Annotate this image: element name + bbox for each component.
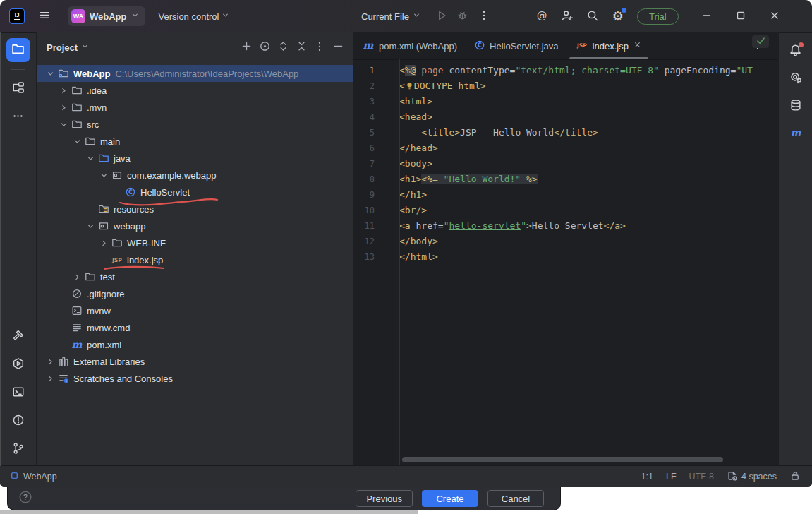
tool-build-hammer-button[interactable] <box>6 325 30 349</box>
chevron-right-icon[interactable] <box>71 273 84 282</box>
tree-item-External-Libraries[interactable]: External Libraries <box>37 353 353 370</box>
tree-item-WebApp[interactable]: WebAppC:\Users\Administrator\IdeaProject… <box>37 65 353 82</box>
maximize-button[interactable] <box>724 0 758 32</box>
close-button[interactable] <box>758 0 792 32</box>
chevron-right-icon[interactable] <box>97 239 111 248</box>
more-actions-button[interactable] <box>473 6 495 27</box>
tool-version-control-branch-button[interactable] <box>6 438 30 462</box>
previous-button[interactable]: Previous <box>356 490 413 507</box>
code-line-12[interactable]: 12</body> <box>353 234 778 249</box>
tree-item-webapp[interactable]: webapp <box>37 217 353 234</box>
locate-file-button[interactable] <box>255 38 274 56</box>
tree-item-pom.xml[interactable]: mpom.xml <box>37 336 353 353</box>
line-number[interactable]: 12 <box>353 234 375 249</box>
tree-item-test[interactable]: test <box>37 268 353 285</box>
collapse-all-button[interactable] <box>292 38 310 56</box>
chevron-right-icon[interactable] <box>44 357 57 366</box>
run-button[interactable] <box>431 6 452 27</box>
code-line-2[interactable]: 2<DOCTYPE html> <box>353 78 778 94</box>
tool-notifications-bell-button[interactable] <box>784 38 808 62</box>
line-number[interactable]: 2 <box>353 78 375 94</box>
tree-item-index.jsp[interactable]: JSPindex.jsp <box>37 251 353 268</box>
run-configuration-selector[interactable]: Current File <box>357 11 425 22</box>
add-button[interactable] <box>237 38 255 56</box>
status-widget-LF[interactable]: LF <box>666 472 677 482</box>
tree-item-mvnw.cmd[interactable]: mvnw.cmd <box>37 319 353 336</box>
chevron-down-icon[interactable] <box>84 154 97 163</box>
add-user-button[interactable] <box>557 6 578 27</box>
line-number[interactable]: 11 <box>353 218 375 234</box>
status-widget-UTF-8[interactable]: UTF-8 <box>689 472 714 482</box>
ai-assistant-button[interactable]: @ <box>531 6 552 27</box>
code-line-8[interactable]: 8<h1><%= "Hello World!" %> <box>353 172 778 187</box>
editor-tab-index.jsp[interactable]: JSPindex.jsp <box>567 32 650 59</box>
line-number[interactable]: 7 <box>353 156 375 172</box>
code-line-3[interactable]: 3<html> <box>353 94 778 109</box>
line-number[interactable]: 1 <box>353 63 375 78</box>
chevron-down-icon[interactable] <box>44 69 57 78</box>
options-button[interactable] <box>310 38 329 56</box>
tree-item-src[interactable]: src <box>37 116 353 133</box>
tree-item-main[interactable]: main <box>37 133 353 150</box>
line-number[interactable]: 6 <box>353 141 375 156</box>
horizontal-scrollbar[interactable] <box>402 457 723 462</box>
code-line-10[interactable]: 10<br/> <box>353 203 778 218</box>
hide-button[interactable] <box>329 38 347 56</box>
tool-terminal-button[interactable] <box>6 381 30 405</box>
tree-item-.mvn[interactable]: .mvn <box>37 99 353 116</box>
editor-area[interactable]: mpom.xml (WebApp)CHelloServlet.javaJSPin… <box>353 32 778 466</box>
tree-item-Scratches-and-Consoles[interactable]: Scratches and Consoles <box>37 370 353 387</box>
line-number[interactable]: 3 <box>353 94 375 109</box>
line-number[interactable]: 8 <box>353 172 375 187</box>
chevron-down-icon[interactable] <box>97 171 111 180</box>
tool-structure-button[interactable] <box>6 77 30 101</box>
intention-bulb-icon[interactable] <box>405 80 414 95</box>
main-menu-button[interactable] <box>34 6 55 27</box>
chevron-right-icon[interactable] <box>44 374 57 383</box>
tool-project-folder-button[interactable] <box>6 38 30 62</box>
line-number[interactable]: 13 <box>353 249 375 265</box>
code-editor[interactable]: 1<%@ page contentType="text/html; charse… <box>353 59 778 466</box>
debug-button[interactable] <box>452 6 473 27</box>
code-line-6[interactable]: 6</head> <box>353 141 778 156</box>
code-line-5[interactable]: 5 <title>JSP - Hello World</title> <box>353 125 778 141</box>
tool-problems-button[interactable] <box>6 410 30 434</box>
editor-tab-HelloServlet.java[interactable]: CHelloServlet.java <box>466 32 567 59</box>
create-button[interactable]: Create <box>422 490 478 507</box>
tool-ai-chat-button[interactable] <box>784 66 808 90</box>
tool-more-tools-button[interactable] <box>6 105 30 129</box>
trial-badge[interactable]: Trial <box>637 8 679 25</box>
line-number[interactable]: 5 <box>353 125 375 141</box>
line-number[interactable]: 10 <box>353 203 375 218</box>
minimize-button[interactable] <box>690 0 724 32</box>
chevron-right-icon[interactable] <box>57 86 71 95</box>
tree-item-mvnw[interactable]: mvnw <box>37 302 353 319</box>
chevron-down-icon[interactable] <box>84 222 97 231</box>
code-line-9[interactable]: 9</h1> <box>353 187 778 203</box>
expand-all-button[interactable] <box>274 38 292 56</box>
code-line-7[interactable]: 7<body> <box>353 156 778 172</box>
tree-item-.gitignore[interactable]: .gitignore <box>37 285 353 302</box>
help-button[interactable]: ? <box>15 488 36 509</box>
editor-tab-pom.xml[interactable]: mpom.xml (WebApp) <box>353 32 466 59</box>
search-button[interactable] <box>582 6 603 27</box>
line-number[interactable]: 4 <box>353 109 375 125</box>
line-number[interactable]: 9 <box>353 187 375 203</box>
chevron-right-icon[interactable] <box>57 103 71 112</box>
chevron-down-icon[interactable] <box>71 137 84 146</box>
code-line-13[interactable]: 13</html> <box>353 249 778 265</box>
tree-item-resources[interactable]: resources <box>37 201 353 217</box>
tree-item-WEB-INF[interactable]: WEB-INF <box>37 234 353 251</box>
code-line-4[interactable]: 4<head> <box>353 109 778 125</box>
inspections-ok-widget[interactable] <box>752 35 769 48</box>
project-widget[interactable]: WA WebApp <box>68 6 145 26</box>
status-project-widget[interactable]: WebApp <box>10 471 57 482</box>
tool-run-services-button[interactable] <box>6 353 30 377</box>
tool-maven-button[interactable]: m <box>784 121 808 145</box>
code-line-1[interactable]: 1<%@ page contentType="text/html; charse… <box>353 63 778 78</box>
tree-item-.idea[interactable]: .idea <box>37 82 353 99</box>
status-widget-1-1[interactable]: 1:1 <box>641 472 653 482</box>
cancel-button[interactable]: Cancel <box>487 490 544 507</box>
version-control-widget[interactable]: Version control <box>158 11 230 22</box>
tree-item-com.example.webapp[interactable]: com.example.webapp <box>37 167 353 184</box>
